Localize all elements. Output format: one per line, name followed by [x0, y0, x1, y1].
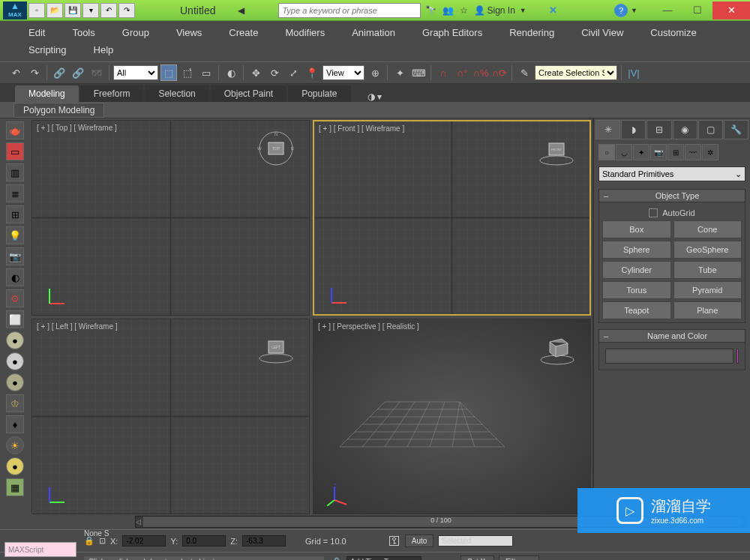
- menu-views[interactable]: Views: [163, 24, 215, 41]
- ref-coord-select[interactable]: View: [322, 65, 364, 80]
- light-icon[interactable]: 💡: [6, 226, 24, 244]
- ribbon-toggle-icon[interactable]: ◑ ▾: [368, 91, 382, 102]
- ribbon-tab-modeling[interactable]: Modeling: [15, 85, 79, 102]
- open-file-icon[interactable]: 📂: [46, 3, 63, 18]
- save-dropdown-icon[interactable]: ▾: [82, 3, 99, 18]
- torus-button[interactable]: Torus: [602, 281, 671, 299]
- box-button[interactable]: Box: [602, 220, 671, 238]
- dialog-icon[interactable]: ▭: [6, 142, 24, 160]
- mirror-icon[interactable]: |V|: [626, 64, 642, 81]
- motion-tab-icon[interactable]: ◉: [673, 120, 698, 139]
- viewport-front[interactable]: [ + ] [ Front ] [ Wireframe ] FRONT: [313, 120, 591, 316]
- viewcube-icon[interactable]: [535, 328, 580, 366]
- exchange-icon[interactable]: ✕: [549, 4, 557, 16]
- texture-icon[interactable]: ▦: [6, 478, 24, 496]
- teapot-button[interactable]: Teapot: [602, 301, 671, 319]
- shapes-subtab-icon[interactable]: ◡: [616, 144, 632, 160]
- help-dropdown-icon[interactable]: ▼: [631, 7, 638, 14]
- percent-snap-icon[interactable]: ∩%: [472, 64, 489, 81]
- material-sphere4-icon[interactable]: ●: [6, 373, 24, 391]
- timeline-prev-icon[interactable]: ◁: [136, 518, 143, 526]
- ribbon-tab-selection[interactable]: Selection: [145, 85, 208, 102]
- geosphere-button[interactable]: GeoSphere: [674, 241, 742, 259]
- menu-customize[interactable]: Customize: [637, 24, 710, 41]
- redo-icon[interactable]: ↷: [118, 3, 135, 18]
- object-name-input[interactable]: [605, 349, 734, 364]
- spinner-snap-icon[interactable]: ∩⟳: [491, 64, 508, 81]
- tag-lock-icon[interactable]: 🔒: [332, 557, 342, 560]
- viewport-left[interactable]: [ + ] [ Left ] [ Wireframe ] LEFT: [32, 319, 310, 514]
- scale-icon[interactable]: ⤢: [285, 64, 302, 81]
- new-file-icon[interactable]: ▫: [28, 3, 45, 18]
- redo-toolbar-icon[interactable]: ↷: [26, 64, 43, 81]
- binoculars-icon[interactable]: 🔭: [425, 5, 436, 16]
- viewport-label[interactable]: [ + ] [ Front ] [ Wireframe ]: [319, 124, 404, 133]
- window-crossing-icon[interactable]: ◐: [223, 64, 239, 81]
- globe-icon[interactable]: ◐: [6, 268, 24, 286]
- sign-in-link[interactable]: Sign In: [487, 5, 514, 16]
- autogrid-checkbox[interactable]: [649, 208, 658, 217]
- manipulate-icon[interactable]: ✦: [392, 64, 408, 81]
- cameras-subtab-icon[interactable]: 📷: [650, 144, 667, 160]
- menu-rendering[interactable]: Rendering: [496, 24, 568, 41]
- maximize-button[interactable]: ☐: [682, 1, 712, 19]
- help-icon[interactable]: ?: [614, 4, 628, 17]
- viewport-label[interactable]: [ + ] [ Left ] [ Wireframe ]: [37, 322, 118, 331]
- primitive-category-select[interactable]: Standard Primitives⌄: [598, 166, 746, 181]
- select-object-icon[interactable]: ⬚: [160, 64, 177, 81]
- move-icon[interactable]: ✥: [248, 64, 264, 81]
- named-selection-select[interactable]: Create Selection Se: [535, 65, 617, 80]
- undo-toolbar-icon[interactable]: ↶: [8, 64, 24, 81]
- ribbon-tab-freeform[interactable]: Freeform: [80, 85, 144, 102]
- menu-animation[interactable]: Animation: [338, 24, 409, 41]
- set-key-button[interactable]: Set K.: [460, 556, 494, 560]
- community-icon[interactable]: 👥: [442, 5, 454, 16]
- star-icon[interactable]: ☆: [460, 5, 468, 16]
- unlink-icon[interactable]: 🔗: [70, 64, 86, 81]
- edit-named-sel-icon[interactable]: ✎: [516, 64, 532, 81]
- utilities-tab-icon[interactable]: 🔧: [724, 120, 748, 139]
- viewport-label[interactable]: [ + ] [ Top ] [ Wireframe ]: [37, 124, 117, 132]
- cone-button[interactable]: Cone: [674, 220, 742, 238]
- tube-button[interactable]: Tube: [674, 261, 742, 279]
- sphere-button[interactable]: Sphere: [602, 241, 671, 259]
- spacewarps-subtab-icon[interactable]: 〰: [685, 144, 701, 160]
- viewport-top[interactable]: [ + ] [ Top ] [ Wireframe ] TOPWEN: [32, 120, 310, 316]
- save-file-icon[interactable]: 💾: [64, 3, 81, 18]
- display-tab-icon[interactable]: ▢: [698, 120, 723, 139]
- ribbon-tab-object-paint[interactable]: Object Paint: [211, 85, 286, 102]
- help-search-input[interactable]: [278, 3, 421, 18]
- bind-icon[interactable]: ➿: [88, 64, 105, 81]
- viewcube-icon[interactable]: FRONT: [534, 130, 579, 168]
- cylinder-button[interactable]: Cylinder: [602, 261, 671, 279]
- lights-subtab-icon[interactable]: ✦: [633, 144, 650, 160]
- mirror-plane-icon[interactable]: ▥: [6, 163, 24, 181]
- menu-help[interactable]: Help: [80, 41, 128, 58]
- layers-icon[interactable]: ≣: [6, 184, 24, 202]
- y-coord-input[interactable]: [182, 535, 226, 547]
- add-time-tag-button[interactable]: Add Time Tag: [346, 556, 422, 560]
- menu-graph-editors[interactable]: Graph Editors: [409, 24, 496, 41]
- menu-tools[interactable]: Tools: [58, 24, 108, 41]
- selection-filter-select[interactable]: All: [113, 65, 158, 80]
- hierarchy-tab-icon[interactable]: ⊟: [646, 120, 671, 139]
- place-icon[interactable]: 📍: [304, 64, 320, 81]
- ribbon-tab-populate[interactable]: Populate: [288, 85, 350, 102]
- plane-button[interactable]: Plane: [674, 301, 742, 319]
- search-prev-icon[interactable]: ◀: [238, 5, 248, 16]
- key-filter-select[interactable]: Selected: [438, 535, 513, 547]
- ribbon-sub-polygon-modeling[interactable]: Polygon Modeling: [14, 103, 104, 118]
- diamond-icon[interactable]: ♦: [6, 415, 24, 433]
- material-sphere3-icon[interactable]: ●: [6, 352, 24, 370]
- sun-icon[interactable]: ☀: [6, 436, 24, 454]
- teapot-icon[interactable]: 🫖: [6, 121, 24, 139]
- menu-civil-view[interactable]: Civil View: [568, 24, 637, 41]
- maxscript-listener[interactable]: MAXScript: [4, 542, 76, 557]
- pivot-icon[interactable]: ⊕: [367, 64, 383, 81]
- gears-icon[interactable]: ⚙: [6, 289, 24, 307]
- material-sphere1-icon[interactable]: ⬜: [6, 310, 24, 328]
- helpers-subtab-icon[interactable]: ⊞: [668, 144, 684, 160]
- select-by-name-icon[interactable]: ⬚̾: [179, 64, 196, 81]
- material-sphere2-icon[interactable]: ●: [6, 331, 24, 349]
- minimize-button[interactable]: —: [652, 1, 682, 19]
